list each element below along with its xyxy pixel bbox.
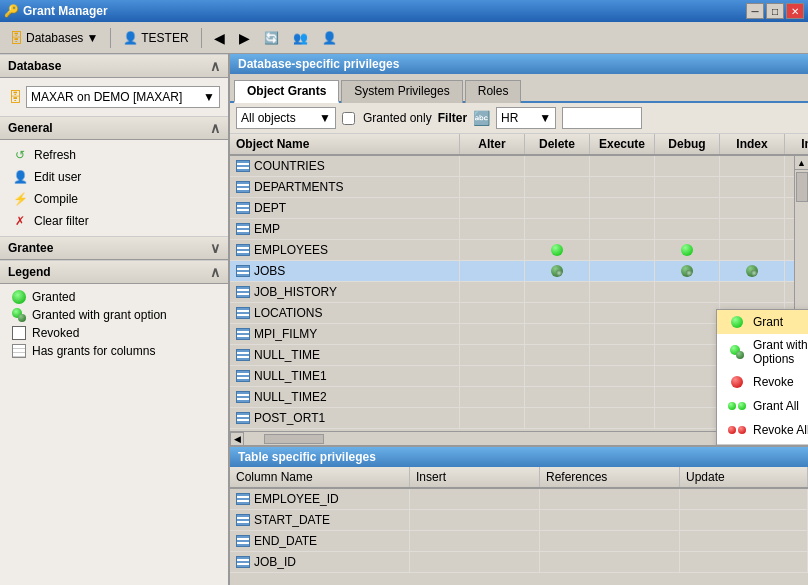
edit-user-icon: 👤 <box>12 169 28 185</box>
table-icon <box>236 181 250 193</box>
grid-body[interactable]: COUNTRIES DEPARTMENTS DEPT EMP <box>230 156 794 431</box>
ctx-grant-all[interactable]: Grant All <box>717 394 808 418</box>
bottom-cell-update <box>680 510 808 530</box>
filter-value: HR <box>501 111 518 125</box>
cell-index <box>720 240 785 260</box>
legend-section-header[interactable]: Legend ∧ <box>0 260 228 284</box>
tab-object-grants[interactable]: Object Grants <box>234 80 339 103</box>
general-section-header[interactable]: General ∧ <box>0 116 228 140</box>
legend-column-grants-label: Has grants for columns <box>32 344 155 358</box>
clear-filter-item[interactable]: ✗ Clear filter <box>8 210 220 232</box>
cell-alter <box>460 303 525 323</box>
list-item[interactable]: JOB_ID <box>230 552 808 573</box>
grant-option-dot <box>681 265 693 277</box>
ctx-revoke-all[interactable]: Revoke All <box>717 418 808 442</box>
table-icon <box>236 265 250 277</box>
cell-alter <box>460 282 525 302</box>
table-row[interactable]: DEPT <box>230 198 794 219</box>
scrollbar-left-arrow[interactable]: ◀ <box>230 432 244 446</box>
bottom-cell-insert <box>410 510 540 530</box>
ctx-grant-all-icon <box>729 398 745 414</box>
bottom-cell-references <box>540 489 680 509</box>
cell-insert <box>785 177 794 197</box>
database-section-header[interactable]: Database ∧ <box>0 54 228 78</box>
table-row[interactable]: EMP <box>230 219 794 240</box>
user-button[interactable]: 👤 TESTER <box>118 26 193 50</box>
filter-search-input[interactable] <box>562 107 642 129</box>
table-row[interactable]: JOBS <box>230 261 794 282</box>
compile-item[interactable]: ⚡ Compile <box>8 188 220 210</box>
cell-index <box>720 261 785 281</box>
list-item[interactable]: START_DATE <box>230 510 808 531</box>
db-dropdown[interactable]: MAXAR on DEMO [MAXAR] ▼ <box>26 86 220 108</box>
tab-roles[interactable]: Roles <box>465 80 522 103</box>
bottom-cell-name: JOB_ID <box>230 552 410 572</box>
cell-delete <box>525 324 590 344</box>
scrollbar-track-h <box>244 433 794 445</box>
ctx-revoke-all-icon <box>729 422 745 438</box>
legend-granted: Granted <box>8 288 220 306</box>
table-row[interactable]: LOCATIONS <box>230 303 794 324</box>
grantee-section-label: Grantee <box>8 241 53 255</box>
bottom-grid-body[interactable]: EMPLOYEE_ID START_DATE END_DATE JOB_ID <box>230 489 808 585</box>
filter-arrow-icon: ▼ <box>539 111 551 125</box>
toolbar-btn-3[interactable]: 🔄 <box>259 26 284 50</box>
general-items: ↺ Refresh 👤 Edit user ⚡ Compile ✗ Clear … <box>0 140 228 236</box>
minimize-button[interactable]: ─ <box>746 3 764 19</box>
edit-user-item[interactable]: 👤 Edit user <box>8 166 220 188</box>
table-row[interactable]: MPI_FILMY <box>230 324 794 345</box>
databases-button[interactable]: 🗄 Databases ▼ <box>4 26 103 50</box>
list-item[interactable]: END_DATE <box>230 531 808 552</box>
cell-name: EMPLOYEES <box>230 240 460 260</box>
toolbar-btn-1[interactable]: ◀ <box>209 26 230 50</box>
maximize-button[interactable]: □ <box>766 3 784 19</box>
tab-system-privileges[interactable]: System Privileges <box>341 80 462 103</box>
cell-alter <box>460 387 525 407</box>
table-row[interactable]: COUNTRIES <box>230 156 794 177</box>
bottom-col-update: Update <box>680 467 808 487</box>
scrollbar-up-arrow[interactable]: ▲ <box>795 156 808 170</box>
toolbar-btn-5[interactable]: 👤 <box>317 26 342 50</box>
ctx-revoke[interactable]: Revoke <box>717 370 808 394</box>
table-row[interactable]: JOB_HISTORY <box>230 282 794 303</box>
cell-index <box>720 282 785 302</box>
table-icon <box>236 307 250 319</box>
granted-only-label: Granted only <box>363 111 432 125</box>
toolbar-btn-2[interactable]: ▶ <box>234 26 255 50</box>
grantee-chevron-icon: ∨ <box>210 240 220 256</box>
grant-option-dot <box>746 265 758 277</box>
table-row[interactable]: DEPARTMENTS <box>230 177 794 198</box>
table-row[interactable]: POST_ORT1 <box>230 408 794 429</box>
context-menu: Grant Grant with Grant Options <box>716 309 808 445</box>
filter-value-dropdown[interactable]: HR ▼ <box>496 107 556 129</box>
table-row[interactable]: NULL_TIME1 <box>230 366 794 387</box>
bottom-cell-insert <box>410 552 540 572</box>
grantee-section-header[interactable]: Grantee ∨ <box>0 236 228 260</box>
cell-name: LOCATIONS <box>230 303 460 323</box>
list-item[interactable]: EMPLOYEE_ID <box>230 489 808 510</box>
table-row[interactable]: NULL_TIME <box>230 345 794 366</box>
cell-execute <box>590 282 655 302</box>
ctx-grant-option[interactable]: Grant with Grant Options <box>717 334 808 370</box>
legend-granted-label: Granted <box>32 290 75 304</box>
scrollbar-thumb-h[interactable] <box>264 434 324 444</box>
db-dropdown-arrow-icon: ▼ <box>203 90 215 104</box>
toolbar-btn-4[interactable]: 👥 <box>288 26 313 50</box>
cell-execute <box>590 408 655 428</box>
bottom-cell-insert <box>410 531 540 551</box>
scrollbar-thumb-v[interactable] <box>796 172 808 202</box>
table-row[interactable]: NULL_TIME2 <box>230 387 794 408</box>
granted-only-checkbox[interactable] <box>342 112 355 125</box>
table-icon <box>236 556 250 568</box>
cell-name: DEPT <box>230 198 460 218</box>
all-objects-dropdown[interactable]: All objects ▼ <box>236 107 336 129</box>
close-button[interactable]: ✕ <box>786 3 804 19</box>
refresh-item[interactable]: ↺ Refresh <box>8 144 220 166</box>
grid-body-container: COUNTRIES DEPARTMENTS DEPT EMP <box>230 156 794 431</box>
ctx-grant[interactable]: Grant <box>717 310 808 334</box>
col-header-delete: Delete <box>525 134 590 154</box>
toolbar-sep-2 <box>201 28 202 48</box>
table-row[interactable]: EMPLOYEES <box>230 240 794 261</box>
table-icon <box>236 244 250 256</box>
ctx-grant-icon <box>729 314 745 330</box>
